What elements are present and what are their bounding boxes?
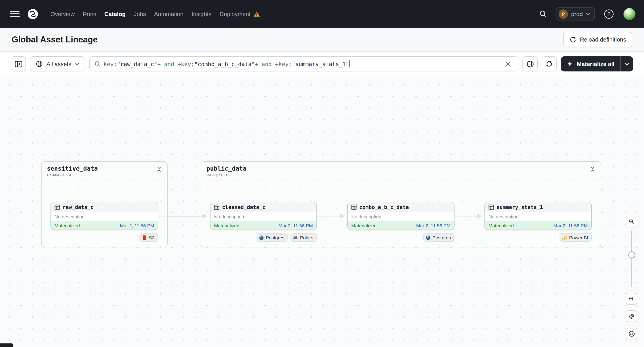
nav-automation[interactable]: Automation [154,10,184,17]
materialization-timestamp-link[interactable]: Mar 2, 11:56 PM [416,223,450,228]
reload-definitions-button[interactable]: Reload definitions [563,32,632,47]
asset-selection-input[interactable]: key:"raw_data_c"+ and +key:"combo_a_b_c_… [89,56,519,71]
dagster-logo[interactable] [27,8,39,20]
asset-description: No description [51,212,158,221]
search-icon[interactable] [536,9,550,18]
table-icon [488,204,494,210]
asset-name: raw_data_c [62,204,94,210]
asset-name: summary_stats_1 [496,204,543,210]
nav-insights[interactable]: Insights [192,10,212,17]
group-header: sensitive_data example_co [42,162,167,180]
primary-nav: Overview Runs Catalog Jobs Automation In… [50,10,260,17]
kind-tags-cleaned-data-c: Postgres Polars [210,233,317,242]
kind-tag-postgres[interactable]: Postgres [256,233,288,242]
materialization-timestamp-link[interactable]: Mar 2, 11:56 PM [278,223,313,228]
smiley-icon [628,330,635,337]
table-icon [351,204,357,210]
page-title: Global Asset Lineage [12,35,98,44]
materialize-all-button[interactable]: Materialize all [561,56,620,71]
deployment-avatar: P [559,9,568,18]
group-name: public_data [206,165,246,172]
top-nav: Overview Runs Catalog Jobs Automation In… [0,0,644,28]
asset-node-combo-a-b-c-data[interactable]: combo_a_b_c_data No description Material… [347,202,454,230]
kind-tags-summary-stats-1: Power BI [484,233,592,242]
group-name: sensitive_data [47,165,98,172]
user-avatar[interactable] [623,7,636,20]
kind-tag-polars[interactable]: Polars [290,233,317,242]
search-icon [94,61,100,67]
globe-icon [36,60,43,67]
page-header: Global Asset Lineage Reload definitions [0,28,644,52]
nav-catalog[interactable]: Catalog [104,10,126,17]
group-location: example_co [206,172,246,177]
asset-description: No description [210,212,316,221]
power-bi-icon [562,235,567,240]
group-header: public_data example_co [201,162,601,180]
asset-name: cleaned_data_c [222,204,266,210]
materialize-split-button: Materialize all [561,56,633,71]
deployment-switcher[interactable]: P prod [556,7,595,21]
asset-selection-query: key:"raw_data_c"+ and +key:"combo_a_b_c_… [104,60,350,67]
graph-settings-button[interactable] [626,310,637,322]
graph-view-button[interactable] [523,56,538,71]
zoom-slider-track [631,230,632,287]
asset-description: No description [348,212,454,221]
text-cursor [350,60,350,67]
kind-tag-power-bi[interactable]: Power BI [560,233,592,242]
lineage-toolbar: All assets key:"raw_data_c"+ and +key:"c… [0,52,644,76]
nav-deployment[interactable]: Deployment [220,10,260,17]
bottom-left-corner [0,344,14,347]
group-location: example_co [47,172,98,177]
nav-right-cluster: P prod ? [536,7,636,21]
clear-icon[interactable] [502,60,514,67]
materialized-badge: Materialized [214,223,239,228]
warning-icon [253,11,260,17]
asset-description: No description [485,212,591,221]
refresh-button[interactable] [542,56,557,71]
kind-tag-postgres[interactable]: Postgres [423,233,454,242]
zoom-slider-handle[interactable] [628,251,635,258]
nav-runs[interactable]: Runs [83,10,96,17]
zoom-slider[interactable] [628,230,635,287]
table-icon [214,204,220,210]
s3-icon [142,235,147,240]
table-icon [54,204,60,210]
postgres-icon [259,235,264,240]
open-panel-button[interactable] [11,56,26,71]
kind-tag-s3[interactable]: S3 [140,233,158,242]
materialization-timestamp-link[interactable]: Mar 2, 11:56 PM [553,223,588,228]
asset-node-cleaned-data-c[interactable]: cleaned_data_c No description Materializ… [210,202,317,230]
nav-overview[interactable]: Overview [50,10,75,17]
polars-icon [293,235,298,240]
collapse-group-icon[interactable] [590,167,595,172]
materialized-badge: Materialized [351,223,376,228]
sparkle-icon [567,61,573,67]
lineage-canvas[interactable]: sensitive_data example_co public_data ex… [0,76,644,347]
asset-scope-dropdown[interactable]: All assets [30,56,85,71]
chevron-down-icon [586,12,590,15]
zoom-out-button[interactable] [626,293,637,305]
help-icon[interactable]: ? [601,8,617,19]
gear-icon [628,313,635,320]
deployment-name: prod [571,10,583,17]
materialize-dropdown-button[interactable] [620,56,633,71]
asset-name: combo_a_b_c_data [359,204,409,210]
kind-tags-combo-a-b-c-data: Postgres [347,233,454,242]
sync-icon [546,60,553,67]
materialized-badge: Materialized [488,223,514,228]
panel-toggle-icon [14,60,22,67]
collapse-group-icon[interactable] [156,167,162,172]
chevron-down-icon [75,62,79,65]
menu-icon[interactable] [8,7,22,20]
asset-node-raw-data-c[interactable]: raw_data_c No description Materialized M… [50,202,158,230]
materialization-timestamp-link[interactable]: Mar 2, 11:56 PM [120,223,154,228]
materialized-badge: Materialized [54,223,80,228]
feedback-button[interactable] [626,328,637,340]
globe-icon [526,60,534,68]
kind-tags-raw-data-c: S3 [50,233,158,242]
reload-icon [569,36,576,43]
asset-node-summary-stats-1[interactable]: summary_stats_1 No description Materiali… [484,202,592,230]
postgres-icon [425,235,430,240]
zoom-in-button[interactable] [626,216,637,227]
nav-jobs[interactable]: Jobs [134,10,146,17]
